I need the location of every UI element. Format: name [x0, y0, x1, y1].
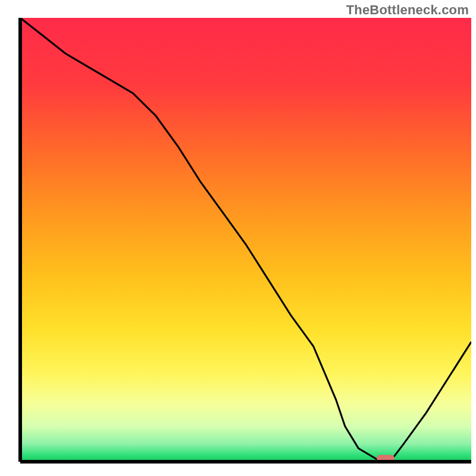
bottleneck-chart: [0, 0, 476, 476]
heatmap-background: [20, 18, 471, 462]
watermark-text: TheBottleneck.com: [346, 2, 469, 18]
